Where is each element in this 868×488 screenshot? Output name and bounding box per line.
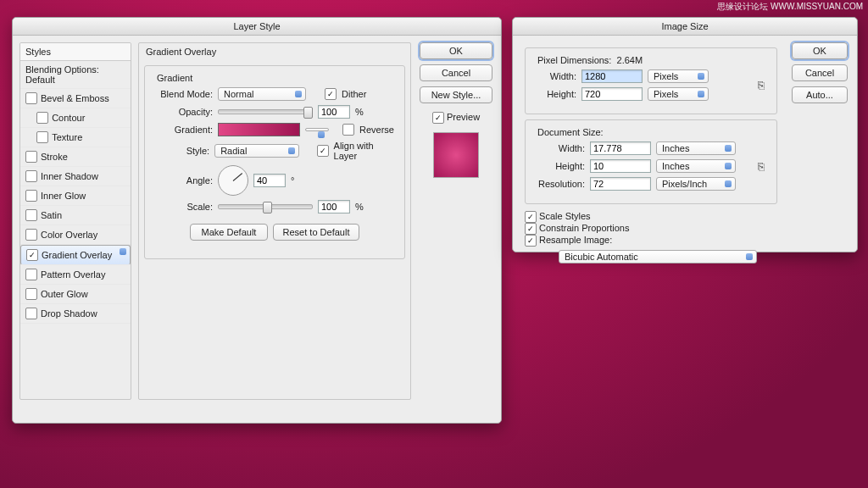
reset-default-button[interactable]: Reset to Default — [273, 224, 359, 241]
cancel-button[interactable]: Cancel — [420, 64, 492, 81]
resample-method-select[interactable]: Bicubic Automatic — [559, 250, 757, 263]
blend-mode-select[interactable]: Normal — [218, 87, 306, 101]
checkbox-icon[interactable] — [25, 190, 37, 202]
px-width-unit[interactable]: Pixels — [648, 69, 709, 83]
px-height-input[interactable] — [581, 87, 643, 101]
doc-width-label: Width: — [534, 143, 585, 153]
checkbox-icon[interactable] — [25, 209, 37, 221]
angle-label: Angle: — [153, 175, 213, 186]
pixel-dims-label: Pixel Dimensions: — [537, 55, 611, 65]
style-item-contour[interactable]: Contour — [20, 108, 131, 128]
new-style-button[interactable]: New Style... — [420, 86, 492, 103]
constrain-checkbox[interactable]: ✓ — [525, 223, 537, 235]
blending-options-row[interactable]: Blending Options: Default — [20, 61, 131, 89]
gradient-swatch[interactable] — [218, 123, 300, 136]
scale-styles-checkbox[interactable]: ✓ — [525, 211, 537, 223]
preview-checkbox[interactable]: ✓ — [432, 112, 444, 124]
checkbox-icon[interactable] — [25, 269, 37, 280]
checkbox-icon[interactable] — [25, 170, 37, 182]
pixel-dims-value: 2.64M — [617, 55, 643, 65]
make-default-button[interactable]: Make Default — [190, 224, 268, 241]
doc-width-unit[interactable]: Inches — [656, 141, 736, 155]
right-buttons: OK Cancel New Style... ✓ Preview — [418, 42, 494, 400]
image-size-buttons: OK Cancel Auto... — [789, 42, 850, 265]
ok-button[interactable]: OK — [792, 42, 848, 59]
scale-label: Scale: — [153, 202, 213, 212]
style-item-satin[interactable]: Satin — [20, 206, 131, 225]
dither-label: Dither — [342, 89, 366, 99]
px-height-unit[interactable]: Pixels — [648, 87, 709, 101]
gradient-label: Gradient: — [153, 125, 213, 135]
checkbox-icon[interactable]: ✓ — [26, 249, 38, 261]
gradient-group-label: Gradient — [153, 73, 196, 83]
style-item-pattern-overlay[interactable]: Pattern Overlay — [20, 265, 131, 285]
angle-dial[interactable] — [218, 165, 248, 196]
doc-size-label: Document Size: — [534, 127, 607, 137]
link-icon: ⎘ — [754, 160, 768, 173]
checkbox-icon[interactable] — [25, 151, 37, 163]
opacity-slider[interactable] — [218, 109, 313, 114]
watermark: 思缘设计论坛 WWW.MISSYUAN.COM — [717, 1, 863, 13]
resample-checkbox[interactable]: ✓ — [525, 235, 537, 247]
style-item-inner-glow[interactable]: Inner Glow — [20, 186, 131, 206]
section-title: Gradient Overlay — [139, 43, 410, 60]
resample-label: Resample Image: — [539, 235, 612, 245]
px-width-label: Width: — [534, 71, 576, 81]
checkbox-icon[interactable] — [36, 112, 48, 124]
style-item-bevel-emboss[interactable]: Bevel & Emboss — [20, 89, 131, 108]
preview-swatch — [433, 132, 479, 178]
style-item-inner-shadow[interactable]: Inner Shadow — [20, 167, 131, 186]
layer-style-dialog: Layer Style Styles Blending Options: Def… — [12, 17, 502, 424]
angle-input[interactable] — [253, 174, 286, 187]
px-height-label: Height: — [534, 89, 576, 99]
style-item-drop-shadow[interactable]: Drop Shadow — [20, 304, 131, 324]
style-select[interactable]: Radial — [214, 144, 299, 158]
scale-styles-label: Scale Styles — [539, 211, 591, 221]
blend-mode-label: Blend Mode: — [153, 89, 213, 99]
doc-height-label: Height: — [534, 161, 585, 171]
style-item-stroke[interactable]: Stroke — [20, 147, 131, 167]
style-item-texture[interactable]: Texture — [20, 128, 131, 147]
image-size-dialog: Image Size Pixel Dimensions: 2.64M Width… — [512, 17, 858, 252]
ok-button[interactable]: OK — [420, 42, 492, 59]
align-checkbox[interactable]: ✓ — [317, 145, 328, 157]
style-label: Style: — [153, 146, 209, 156]
res-unit[interactable]: Pixels/Inch — [656, 177, 736, 191]
layer-style-title: Layer Style — [13, 18, 501, 36]
styles-header: Styles — [20, 43, 131, 61]
reverse-label: Reverse — [359, 125, 394, 135]
gradient-overlay-panel: Gradient Overlay Gradient Blend Mode:Nor… — [138, 42, 411, 400]
checkbox-icon[interactable] — [25, 308, 37, 319]
opacity-label: Opacity: — [153, 107, 213, 117]
auto-button[interactable]: Auto... — [792, 86, 848, 103]
scale-slider[interactable] — [218, 204, 313, 209]
checkbox-icon[interactable] — [25, 288, 37, 300]
px-width-input[interactable] — [581, 69, 643, 83]
opacity-input[interactable] — [318, 105, 350, 119]
image-size-title: Image Size — [513, 18, 857, 36]
style-item-gradient-overlay[interactable]: ✓Gradient Overlay — [20, 245, 131, 265]
res-label: Resolution: — [534, 179, 585, 189]
doc-height-unit[interactable]: Inches — [656, 159, 736, 173]
checkbox-icon[interactable] — [25, 229, 37, 241]
scale-input[interactable] — [318, 200, 350, 214]
dither-checkbox[interactable]: ✓ — [325, 88, 337, 100]
constrain-label: Constrain Proportions — [539, 223, 629, 233]
cancel-button[interactable]: Cancel — [792, 64, 848, 81]
doc-width-input[interactable] — [590, 141, 651, 155]
style-item-outer-glow[interactable]: Outer Glow — [20, 285, 131, 304]
res-input[interactable] — [590, 177, 651, 191]
styles-list: Styles Blending Options: Default Bevel &… — [19, 42, 131, 400]
reverse-checkbox[interactable] — [342, 124, 354, 136]
align-label: Align with Layer — [334, 141, 396, 161]
gradient-picker-icon[interactable] — [305, 128, 329, 131]
checkbox-icon[interactable] — [25, 92, 37, 104]
doc-height-input[interactable] — [590, 159, 651, 173]
style-item-color-overlay[interactable]: Color Overlay — [20, 225, 131, 245]
preview-label: Preview — [447, 112, 480, 122]
link-icon: ⎘ — [754, 79, 768, 92]
checkbox-icon[interactable] — [36, 131, 48, 143]
